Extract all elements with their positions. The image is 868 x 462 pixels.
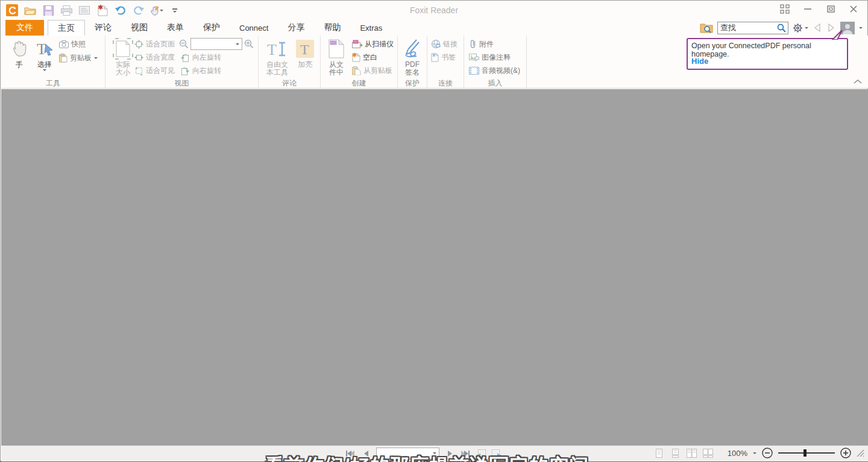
- signature-pen-icon: [402, 37, 423, 61]
- tab-file[interactable]: 文件: [5, 20, 44, 36]
- ribbon-group-comment: T 自由文本工具 T 加亮 评论: [259, 36, 321, 89]
- svg-text:T: T: [267, 41, 277, 58]
- group-label-link: 连接: [427, 78, 464, 89]
- group-label-insert: 插入: [464, 78, 526, 89]
- audio-video-button[interactable]: 音频视频(&): [469, 64, 520, 76]
- group-label-view: 视图: [105, 78, 258, 89]
- first-page-icon[interactable]: [345, 448, 356, 459]
- tab-view[interactable]: 视图: [121, 20, 157, 36]
- avatar-dropdown-caret[interactable]: [859, 27, 863, 29]
- free-text-icon: T: [267, 37, 288, 61]
- blank-page-icon: ✱: [352, 52, 360, 62]
- zoom-out-icon[interactable]: [179, 39, 189, 49]
- tab-protect[interactable]: 保护: [193, 20, 230, 36]
- rotate-left-button[interactable]: 向左旋转: [180, 51, 221, 63]
- weblink-button[interactable]: 链接: [431, 38, 458, 50]
- clipboard-button[interactable]: 剪贴板: [59, 52, 98, 64]
- rotate-right-button[interactable]: 向右旋转: [180, 64, 221, 76]
- find-input[interactable]: [718, 23, 777, 33]
- settings-control[interactable]: [793, 23, 808, 33]
- zoom-control: [179, 38, 254, 50]
- zoom-level-combobox[interactable]: [190, 38, 242, 50]
- settings-dropdown-caret[interactable]: [805, 27, 808, 29]
- next-page-icon[interactable]: [444, 448, 455, 459]
- tab-share[interactable]: 分享: [278, 20, 314, 36]
- ribbon-group-create: 从文件中 从扫描仪 ✱ 空白 从剪贴板 创建: [321, 36, 398, 89]
- hand-button[interactable]: 手: [7, 37, 31, 69]
- tab-comment[interactable]: 评论: [85, 20, 121, 36]
- highlight-button[interactable]: T 加亮: [294, 37, 316, 69]
- image-annotation-button[interactable]: 图像注释: [469, 51, 511, 63]
- select-button[interactable]: T 选择: [33, 37, 57, 71]
- previous-page-icon[interactable]: [360, 448, 371, 459]
- snapshot-button[interactable]: 快照: [59, 38, 86, 50]
- maximize-button[interactable]: [819, 2, 842, 16]
- zoom-slider[interactable]: [778, 448, 835, 458]
- blank-button[interactable]: ✱ 空白: [352, 51, 377, 63]
- document-area[interactable]: [1, 89, 868, 445]
- zoom-percentage[interactable]: 100%: [728, 449, 747, 458]
- search-icon[interactable]: [777, 23, 788, 33]
- zoom-slider-handle[interactable]: [804, 449, 807, 457]
- single-page-view-icon[interactable]: [654, 448, 665, 458]
- page-number-input[interactable]: [377, 449, 433, 458]
- last-page-icon[interactable]: [460, 448, 471, 459]
- group-label-tools: 工具: [1, 78, 105, 89]
- zoom-combobox-caret[interactable]: [236, 43, 239, 45]
- zoom-out-button[interactable]: [762, 448, 773, 458]
- actual-size-icon: [113, 37, 133, 61]
- zoom-in-button[interactable]: [840, 448, 851, 458]
- gear-icon[interactable]: [793, 23, 803, 33]
- free-text-tool-button[interactable]: T 自由文本工具: [263, 37, 291, 76]
- from-file-button[interactable]: 从文件中: [324, 37, 348, 76]
- find-search-box: [717, 22, 788, 34]
- continuous-view-icon[interactable]: [670, 448, 681, 458]
- rotate-right-icon: [180, 66, 190, 75]
- fit-width-button[interactable]: 适合宽度: [134, 51, 175, 63]
- tab-help[interactable]: 帮助: [314, 20, 350, 36]
- nav-back-icon[interactable]: [813, 23, 822, 33]
- zoom-slider-track[interactable]: [778, 452, 835, 454]
- close-button[interactable]: [842, 2, 865, 16]
- tab-home[interactable]: 主页: [48, 20, 85, 36]
- bookmark-button[interactable]: 书签: [431, 51, 456, 63]
- page-number-combobox[interactable]: [376, 448, 439, 459]
- previous-view-icon[interactable]: [476, 448, 486, 459]
- zoom-in-icon[interactable]: [244, 39, 254, 49]
- tab-form[interactable]: 表单: [157, 20, 193, 36]
- collapse-ribbon-icon[interactable]: [854, 79, 862, 84]
- group-label-protect: 保护: [398, 78, 427, 89]
- ui-layout-icon[interactable]: [773, 2, 796, 16]
- minimize-button[interactable]: [796, 2, 819, 16]
- ribbon-tabs: 文件 主页 评论 视图 表单 保护 Connect 分享 帮助 Extras: [5, 20, 392, 36]
- clipboard-icon: [59, 54, 68, 63]
- from-scanner-button[interactable]: 从扫描仪: [352, 38, 394, 50]
- page-combobox-caret[interactable]: [433, 452, 436, 454]
- camera-icon: [59, 40, 69, 48]
- facing-view-icon[interactable]: [687, 448, 697, 458]
- resize-grip-icon[interactable]: [857, 449, 864, 457]
- actual-size-button[interactable]: 实际大小: [110, 37, 136, 76]
- film-icon: [469, 67, 479, 75]
- next-view-icon[interactable]: [491, 448, 502, 459]
- zoom-percentage-caret[interactable]: [753, 452, 756, 454]
- ribbon-group-link: 链接 书签 连接: [427, 36, 464, 89]
- fit-page-button[interactable]: 适合页面: [134, 38, 175, 50]
- tab-connect[interactable]: Connect: [230, 20, 278, 36]
- clipboard-dropdown-caret[interactable]: [94, 57, 98, 59]
- window-controls: [773, 2, 865, 16]
- tooltip-hide-link[interactable]: Hide: [691, 57, 708, 66]
- find-in-folder-icon[interactable]: [700, 22, 713, 33]
- select-dropdown-caret[interactable]: [43, 69, 46, 71]
- window-title: Foxit Reader: [1, 5, 867, 15]
- continuous-facing-view-icon[interactable]: [703, 448, 714, 458]
- from-clipboard-button[interactable]: 从剪贴板: [352, 64, 392, 76]
- fit-visible-button[interactable]: 适合可见: [134, 64, 175, 76]
- pdf-sign-button[interactable]: PDF签名: [401, 37, 424, 76]
- connectedpdf-tooltip: Open your ConnectedPDF personal homepage…: [687, 38, 848, 70]
- fit-width-icon: [134, 53, 143, 62]
- hand-icon: [10, 37, 28, 61]
- attachment-button[interactable]: 附件: [469, 38, 494, 50]
- tab-extras[interactable]: Extras: [350, 20, 392, 36]
- status-bar: 100%: [1, 445, 868, 461]
